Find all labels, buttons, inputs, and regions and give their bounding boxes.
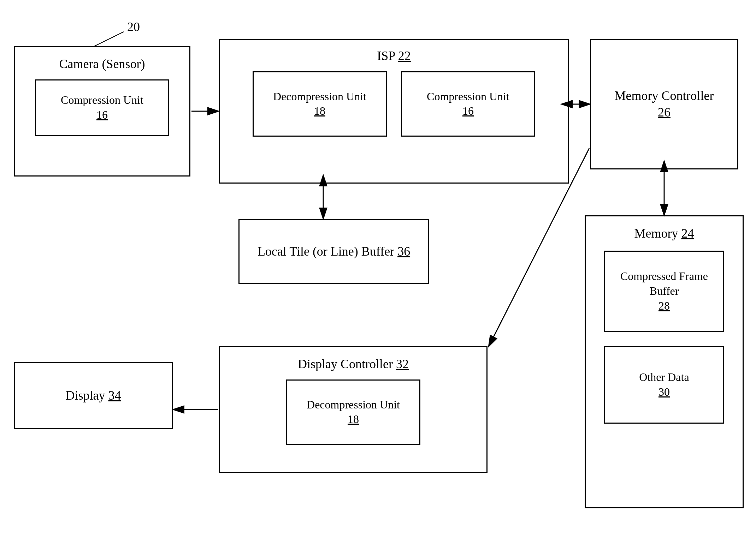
memory-controller-label: Memory Controller 26 [609,84,719,124]
local-tile-buffer-label: Local Tile (or Line) Buffer 36 [252,240,415,263]
isp-box: ISP 22 Decompression Unit 18 Compression… [219,39,569,184]
memory-controller-box: Memory Controller 26 [590,39,738,169]
memory-label: Memory 24 [629,222,699,245]
ref-20-label: 20 [127,19,140,34]
display-controller-label: Display Controller 32 [293,352,414,376]
compression-unit-16-camera: Compression Unit 16 [35,79,169,136]
other-data-box: Other Data 30 [604,346,724,424]
decompression-unit-18-isp-label: Decompression Unit 18 [273,89,366,119]
decompression-unit-18-isp: Decompression Unit 18 [253,71,387,137]
diagram-container: 20 Camera (Sensor) Compression Unit 16 I… [0,0,756,556]
compressed-frame-buffer-label: Compressed Frame Buffer 28 [610,269,718,313]
compression-unit-16-isp-label: Compression Unit 16 [427,89,509,119]
local-tile-buffer-box: Local Tile (or Line) Buffer 36 [238,219,429,284]
compression-unit-16-isp: Compression Unit 16 [401,71,535,137]
camera-sensor-label: Camera (Sensor) [54,52,150,76]
compressed-frame-buffer-box: Compressed Frame Buffer 28 [604,251,724,332]
other-data-label: Other Data 30 [639,370,689,399]
compression-unit-16-camera-label: Compression Unit 16 [61,93,143,122]
display-controller-box: Display Controller 32 Decompression Unit… [219,346,488,473]
display-box: Display 34 [14,362,173,429]
decompression-unit-18-display: Decompression Unit 18 [286,379,420,445]
display-label: Display 34 [60,384,126,407]
ref-20-line [94,32,124,47]
isp-label: ISP 22 [372,44,416,68]
camera-sensor-box: Camera (Sensor) Compression Unit 16 [14,46,190,177]
decompression-unit-18-display-label: Decompression Unit 18 [307,397,400,427]
memory-box: Memory 24 Compressed Frame Buffer 28 Oth… [585,215,744,508]
